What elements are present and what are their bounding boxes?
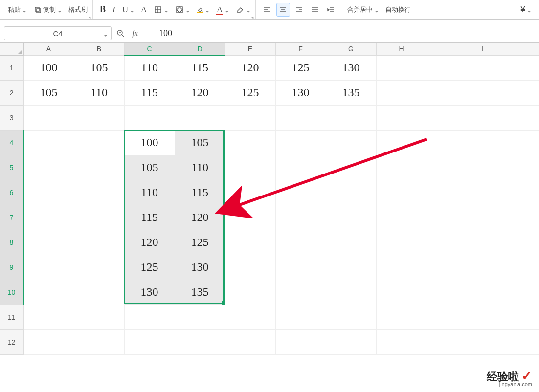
cell[interactable] [376,55,427,80]
col-header[interactable]: H [376,43,427,55]
cell[interactable] [275,130,326,155]
align-left-button[interactable] [261,3,273,16]
cell[interactable] [23,180,74,205]
cell[interactable]: 110 [74,80,124,105]
cell[interactable] [427,305,539,329]
col-header[interactable]: B [74,43,124,55]
cell[interactable] [376,305,427,329]
cell[interactable] [225,230,275,255]
row-header[interactable]: 6 [0,180,23,205]
row-header[interactable]: 8 [0,230,23,255]
row-header[interactable]: 2 [0,80,23,105]
cell[interactable] [427,329,539,354]
cell[interactable] [74,180,124,205]
cell[interactable]: 130 [175,255,225,280]
cell[interactable] [225,180,275,205]
format-painter-button[interactable]: 格式刷 [67,3,90,16]
cell[interactable] [23,305,74,329]
cell[interactable] [74,205,124,230]
cell[interactable] [225,329,275,354]
cell[interactable]: 135 [175,280,225,305]
cell[interactable] [225,130,275,155]
col-header[interactable]: G [326,43,376,55]
cell[interactable] [23,205,74,230]
row-header[interactable]: 9 [0,255,23,280]
bold-button[interactable]: B [98,2,108,17]
cell[interactable]: 105 [23,80,74,105]
align-center-button[interactable] [276,3,290,17]
cell[interactable] [275,180,326,205]
row-header[interactable]: 1 [0,55,23,80]
zoom-out-icon[interactable] [115,28,125,38]
cell-style-button[interactable] [173,3,192,16]
col-header[interactable]: F [275,43,326,55]
cell[interactable] [376,155,427,180]
col-header[interactable]: E [225,43,275,55]
merge-center-button[interactable]: 合并居中 [345,3,381,16]
cell[interactable] [175,105,225,130]
cell[interactable]: 125 [175,230,225,255]
cell[interactable] [175,329,225,354]
cell[interactable] [326,155,376,180]
cell[interactable] [275,105,326,130]
cell[interactable]: 130 [275,80,326,105]
cell[interactable]: 120 [175,80,225,105]
cell[interactable]: 105 [175,130,225,155]
cell[interactable] [427,255,539,280]
cell[interactable]: 120 [225,55,275,80]
cell[interactable] [225,155,275,180]
cell[interactable] [275,155,326,180]
cell[interactable] [74,305,124,329]
cell[interactable] [376,105,427,130]
cell[interactable] [74,230,124,255]
cell[interactable]: 130 [124,280,175,305]
cell[interactable] [326,130,376,155]
row-header[interactable]: 7 [0,205,23,230]
cell[interactable] [74,105,124,130]
cell[interactable]: 115 [124,80,175,105]
borders-button[interactable] [152,3,170,16]
cell[interactable]: 115 [175,180,225,205]
cell[interactable] [23,130,74,155]
copy-button[interactable]: 复制 [31,3,64,16]
cell[interactable] [376,130,427,155]
cell[interactable] [23,230,74,255]
cell[interactable] [326,255,376,280]
dialog-launcher-icon[interactable] [88,14,91,18]
cell[interactable]: 100 [23,55,74,80]
cell[interactable] [427,205,539,230]
cell[interactable] [427,180,539,205]
cell[interactable] [23,105,74,130]
row-header[interactable]: 12 [0,329,23,354]
cell[interactable] [427,280,539,305]
cell[interactable] [275,230,326,255]
cell[interactable] [275,329,326,354]
cell[interactable] [225,205,275,230]
dialog-launcher-icon[interactable] [250,14,254,18]
col-header[interactable]: A [23,43,74,55]
row-header[interactable]: 4 [0,130,23,155]
cell[interactable]: 115 [175,55,225,80]
cell[interactable] [326,205,376,230]
fx-icon[interactable]: fx [130,28,140,38]
row-header[interactable]: 11 [0,305,23,329]
cell[interactable] [326,180,376,205]
cell[interactable] [326,280,376,305]
cell[interactable] [74,255,124,280]
cell[interactable] [23,280,74,305]
italic-button[interactable]: I [111,3,117,17]
cell[interactable]: 105 [124,155,175,180]
cell[interactable]: 100 [124,130,175,155]
indent-button[interactable] [324,3,337,16]
col-header[interactable]: I [427,43,539,55]
align-right-button[interactable] [293,3,306,16]
cell[interactable] [427,105,539,130]
cell[interactable]: 130 [326,55,376,80]
col-header[interactable]: D [175,43,225,55]
align-justify-button[interactable] [309,3,321,16]
row-header[interactable]: 5 [0,155,23,180]
select-all-corner[interactable] [0,43,23,55]
cell[interactable] [376,230,427,255]
cell[interactable] [376,80,427,105]
underline-button[interactable]: U [120,3,136,17]
